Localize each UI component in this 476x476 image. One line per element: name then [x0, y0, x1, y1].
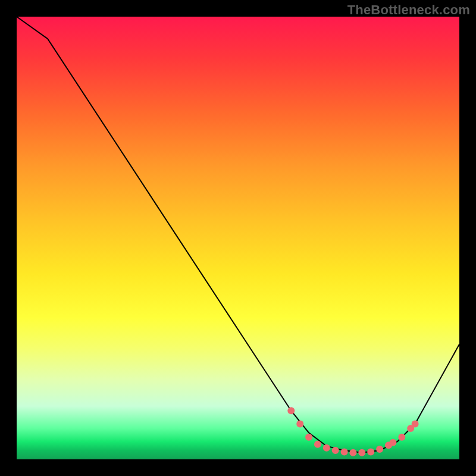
marker-point [296, 421, 303, 428]
marker-point [358, 449, 365, 456]
marker-point [376, 446, 383, 453]
marker-point [389, 439, 396, 446]
plot-area [17, 17, 459, 459]
marker-point [341, 448, 348, 455]
curve-svg [17, 17, 459, 459]
marker-point [367, 448, 374, 455]
marker-point [332, 447, 339, 454]
marker-point [323, 444, 330, 452]
marker-point [314, 441, 321, 448]
watermark-label: TheBottleneck.com [347, 2, 470, 18]
marker-point [305, 434, 312, 441]
marker-point [287, 407, 295, 414]
marker-point [412, 421, 419, 428]
bottleneck-curve [17, 17, 459, 453]
chart-frame: TheBottleneck.com [0, 0, 476, 476]
marker-point [398, 434, 405, 441]
marker-point [349, 449, 356, 456]
